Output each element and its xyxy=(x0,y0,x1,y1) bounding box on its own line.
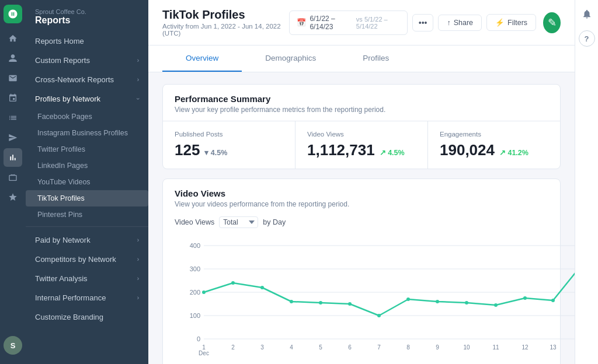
svg-point-10 xyxy=(202,290,206,294)
metric-engagements: Engagements 190,024 ↗ 41.2% xyxy=(428,121,560,169)
sidebar-sub-instagram[interactable]: Instagram Business Profiles xyxy=(26,125,148,141)
svg-text:12: 12 xyxy=(521,344,529,351)
sidebar-item-customize-branding[interactable]: Customize Branding xyxy=(26,307,148,327)
chevron-icon: › xyxy=(137,76,139,83)
list-icon[interactable] xyxy=(4,108,22,127)
sidebar-sub-pinterest[interactable]: Pinterest Pins xyxy=(26,206,148,223)
sidebar-item-twitter-analysis[interactable]: Twitter Analysis › xyxy=(26,269,148,288)
chart-by-label: by Day xyxy=(263,218,286,226)
sidebar-item-cross-network[interactable]: Cross-Network Reports › xyxy=(26,70,148,89)
metric-label-published: Published Posts xyxy=(175,131,283,138)
chart-select-label: Video Views xyxy=(175,218,214,226)
svg-text:10: 10 xyxy=(463,344,470,351)
chart-wrap: 400 300 200 100 0 xyxy=(175,234,548,362)
page-title: TikTok Profiles xyxy=(162,8,289,22)
svg-text:4: 4 xyxy=(290,344,293,351)
svg-text:5: 5 xyxy=(319,344,322,351)
svg-text:200: 200 xyxy=(190,289,200,296)
metric-value-published: 125 ▾ 4.5% xyxy=(175,141,283,159)
briefcase-icon[interactable] xyxy=(4,168,22,187)
compose-button[interactable]: ✎ xyxy=(543,12,561,33)
tab-profiles[interactable]: Profiles xyxy=(339,46,412,72)
compare-range-text: vs 5/1/22 – 5/14/22 xyxy=(356,16,400,30)
svg-point-22 xyxy=(551,299,555,302)
metric-value-engagements: 190,024 ↗ 41.2% xyxy=(440,141,548,159)
star-icon[interactable] xyxy=(4,188,22,206)
line-chart-svg: 400 300 200 100 0 xyxy=(175,234,575,362)
calendar-icon: 📅 xyxy=(297,18,306,27)
svg-text:6: 6 xyxy=(348,344,352,351)
chevron-icon: › xyxy=(137,57,139,64)
svg-text:8: 8 xyxy=(406,344,410,351)
tab-demographics[interactable]: Demographics xyxy=(242,46,339,72)
tab-overview[interactable]: Overview xyxy=(162,46,242,72)
svg-text:0: 0 xyxy=(197,335,200,342)
more-options-button[interactable]: ••• xyxy=(412,14,434,32)
metric-label-engagements: Engagements xyxy=(440,131,548,138)
svg-point-19 xyxy=(465,301,468,304)
icon-bar: S xyxy=(0,0,26,364)
header-left: TikTok Profiles Activity from Jun 1, 202… xyxy=(162,8,289,37)
share-icon: ↑ xyxy=(447,19,450,27)
page-header: TikTok Profiles Activity from Jun 1, 202… xyxy=(148,0,575,46)
svg-point-21 xyxy=(523,296,527,300)
sidebar-item-internal-performance[interactable]: Internal Performance › xyxy=(26,288,148,307)
chevron-icon: › xyxy=(135,98,141,100)
company-name: Sprout Coffee Co. xyxy=(35,8,139,15)
sidebar-sub-twitter-profiles[interactable]: Twitter Profiles xyxy=(26,141,148,158)
sidebar-item-competitors[interactable]: Competitors by Network › xyxy=(26,250,148,269)
header-right: 📅 6/1/22 – 6/14/23 vs 5/1/22 – 5/14/22 •… xyxy=(289,10,561,35)
metric-change-views: ↗ 4.5% xyxy=(380,148,405,157)
sidebar-divider xyxy=(26,226,148,227)
svg-point-14 xyxy=(319,301,322,304)
sidebar-sub-youtube[interactable]: YouTube Videos xyxy=(26,174,148,190)
chevron-icon: › xyxy=(137,275,139,282)
filter-icon: ⚡ xyxy=(495,18,505,27)
chart-view-select[interactable]: Total Unique xyxy=(219,216,258,228)
svg-text:7: 7 xyxy=(377,344,381,351)
share-button[interactable]: ↑ Share xyxy=(438,15,482,31)
svg-text:100: 100 xyxy=(190,312,200,319)
svg-point-15 xyxy=(348,302,352,306)
avatar[interactable]: S xyxy=(4,336,22,355)
sidebar-sub-facebook[interactable]: Facebook Pages xyxy=(26,108,148,125)
bell-icon[interactable] xyxy=(579,6,595,22)
metric-value-views: 1,112,731 ↗ 4.5% xyxy=(307,141,416,159)
sidebar: Sprout Coffee Co. Reports Reports Home C… xyxy=(26,0,148,364)
help-icon[interactable]: ? xyxy=(579,30,595,47)
svg-text:Dec: Dec xyxy=(199,350,209,356)
performance-summary-subtitle: View your key profile performance metric… xyxy=(175,106,548,114)
sidebar-sub-linkedin[interactable]: LinkedIn Pages xyxy=(26,158,148,174)
video-views-card: Video Views View your videos performance… xyxy=(162,178,561,364)
chart-title: Video Views xyxy=(175,188,548,198)
chevron-icon: › xyxy=(137,256,139,262)
sidebar-item-reports-home[interactable]: Reports Home xyxy=(26,32,148,51)
svg-point-16 xyxy=(377,314,381,317)
chart-controls: Video Views Total Unique by Day xyxy=(175,216,548,228)
sidebar-item-paid-by-network[interactable]: Paid by Network › xyxy=(26,230,148,250)
svg-point-20 xyxy=(494,303,498,307)
filters-button[interactable]: ⚡ Filters xyxy=(486,14,536,31)
analytics-icon[interactable] xyxy=(4,148,22,167)
sidebar-item-profiles-by-network[interactable]: Profiles by Network › xyxy=(26,89,148,108)
svg-text:13: 13 xyxy=(550,344,557,351)
svg-text:9: 9 xyxy=(436,344,439,351)
svg-point-11 xyxy=(231,281,235,285)
logo-icon[interactable] xyxy=(4,5,22,23)
page-subtitle: Activity from Jun 1, 2022 - Jun 14, 2022… xyxy=(162,23,289,37)
sidebar-sub-tiktok[interactable]: TikTok Profiles xyxy=(26,190,148,206)
metric-change-engagements: ↗ 41.2% xyxy=(499,148,529,157)
profiles-icon[interactable] xyxy=(4,49,22,68)
metric-change-published: ▾ 4.5% xyxy=(204,148,227,157)
performance-summary-title: Performance Summary xyxy=(175,94,548,104)
metrics-row: Published Posts 125 ▾ 4.5% Video Views 1… xyxy=(163,121,560,169)
home-icon[interactable] xyxy=(4,29,22,48)
svg-text:300: 300 xyxy=(190,265,200,272)
pin-icon[interactable] xyxy=(4,89,22,107)
svg-point-12 xyxy=(260,286,264,289)
svg-text:11: 11 xyxy=(492,344,499,351)
inbox-icon[interactable] xyxy=(4,69,22,88)
send-icon[interactable] xyxy=(4,128,22,147)
date-range-picker[interactable]: 📅 6/1/22 – 6/14/23 vs 5/1/22 – 5/14/22 xyxy=(289,10,407,35)
sidebar-item-custom-reports[interactable]: Custom Reports › xyxy=(26,51,148,70)
